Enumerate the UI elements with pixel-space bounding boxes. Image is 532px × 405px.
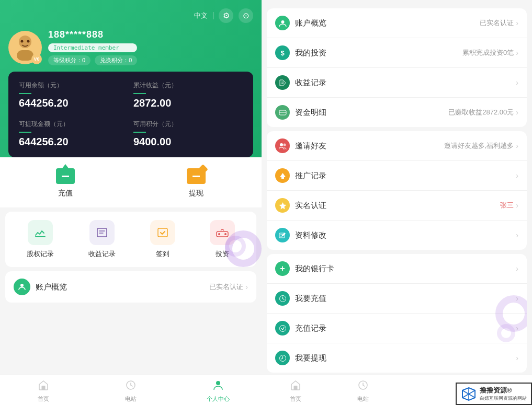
station-icon — [125, 379, 137, 394]
watermark-subtitle: 白嫖互联网资源的网站 — [480, 395, 527, 402]
stat-underline3 — [19, 132, 31, 133]
watermark-text: 撸撸资源® 白嫖互联网资源的网站 — [480, 386, 527, 402]
svg-marker-24 — [279, 202, 286, 210]
language-button[interactable]: 中文 — [194, 11, 208, 20]
recharge-label: 充值 — [58, 189, 73, 198]
menu-item-recharge[interactable]: 我要充值 › — [267, 284, 527, 314]
menu-section-1: 账户概览 已实名认证 › $ 我的投资 累积完成投资0笔 › — [267, 8, 527, 127]
stat-underline2 — [133, 93, 146, 94]
menu-item-withdraw[interactable]: 我要提现 › — [267, 343, 527, 373]
menu-item-account[interactable]: 账户概览 已实名认证 › — [267, 8, 527, 38]
available-balance: 可用余额（元） 644256.20 — [19, 81, 128, 109]
nav-profile[interactable]: 个人中心 — [174, 379, 262, 403]
right-nav-station[interactable]: 电站 — [329, 379, 397, 403]
realname-icon — [275, 198, 290, 213]
capital-right: 已赚取收益2872.00元 › — [448, 108, 518, 117]
watermark-title: 撸撸资源® — [480, 386, 527, 395]
right-panel: 账户概览 已实名认证 › $ 我的投资 累积完成投资0笔 › — [262, 0, 532, 405]
recharge-menu-chevron: › — [516, 294, 518, 303]
account-overview-right: 已实名认证 › — [480, 18, 518, 28]
recharge-button[interactable]: 充值 — [0, 167, 131, 198]
right-nav-home[interactable]: 首页 — [262, 379, 329, 403]
profile-edit-right: › — [516, 231, 518, 239]
watermark: 撸撸资源® 白嫖互联网资源的网站 — [456, 383, 532, 405]
svg-rect-31 — [293, 386, 297, 390]
menu-item-recharge-left: 我要充值 — [275, 291, 326, 306]
username: 188*****888 — [48, 29, 137, 40]
left-bottom-nav: 首页 电站 个人中心 — [0, 375, 262, 405]
nav-station[interactable]: 电站 — [87, 379, 175, 403]
account-left: 账户概览 — [14, 279, 67, 295]
recharge-records-chevron: › — [516, 324, 518, 332]
exchange-points-badge: 兑换积分：0 — [95, 55, 137, 65]
svg-point-22 — [280, 143, 283, 146]
svg-point-11 — [224, 233, 227, 235]
income-records-title: 收益记录 — [295, 78, 326, 88]
menu-item-promo-left: 推广记录 — [275, 168, 326, 183]
menu-item-realname[interactable]: 实名认证 张三 › — [267, 191, 527, 221]
invest-icon — [210, 220, 235, 245]
stats-grid: 可用余额（元） 644256.20 累计收益（元） 2872.00 可提现金额（… — [19, 81, 243, 148]
equity-label: 股权记录 — [27, 249, 54, 259]
recharge-icon — [56, 168, 75, 184]
right-scroll-area[interactable]: 账户概览 已实名认证 › $ 我的投资 累积完成投资0笔 › — [262, 0, 532, 375]
stats-card: 可用余额（元） 644256.20 累计收益（元） 2872.00 可提现金额（… — [8, 72, 253, 157]
capital-icon — [275, 105, 290, 120]
svg-rect-5 — [97, 228, 107, 237]
capital-title: 资金明细 — [295, 108, 326, 118]
realname-chevron: › — [516, 201, 518, 210]
message-icon[interactable]: ⊙ — [239, 8, 253, 23]
menu-section-2: 邀请好友 邀请好友越多,福利越多 › 推广记录 › — [267, 131, 527, 250]
watermark-logo — [461, 386, 477, 402]
account-icon — [14, 279, 30, 295]
menu-item-recharge-records[interactable]: 充值记录 › — [267, 314, 527, 343]
withdraw-icon — [187, 168, 206, 184]
right-station-icon — [357, 379, 369, 394]
nav-home[interactable]: 首页 — [0, 379, 87, 403]
withdraw-button[interactable]: 提现 — [131, 167, 262, 198]
menu-item-bankcard[interactable]: + 我的银行卡 › — [267, 254, 527, 284]
menu-item-profile-edit[interactable]: 资料修改 › — [267, 221, 527, 250]
quick-item-checkin[interactable]: 签到 — [150, 220, 175, 259]
menu-item-invite[interactable]: 邀请好友 邀请好友越多,福利越多 › — [267, 131, 527, 161]
account-chevron: › — [245, 283, 248, 291]
account-overview-chevron: › — [516, 19, 518, 27]
quick-item-equity[interactable]: 股权记录 — [27, 220, 54, 259]
account-overview-row[interactable]: 账户概览 已实名认证 › — [5, 271, 256, 303]
recharge-records-icon — [275, 321, 290, 335]
account-overview-sub: 已实名认证 — [480, 18, 514, 28]
bankcard-title: 我的银行卡 — [295, 264, 334, 274]
withdrawable-value: 644256.20 — [19, 136, 128, 148]
level-points-badge: 等级积分：0 — [48, 55, 90, 65]
nav-profile-label: 个人中心 — [207, 395, 230, 403]
profile-edit-icon — [275, 228, 290, 242]
recharge-menu-title: 我要充值 — [295, 294, 326, 304]
right-nav-station-label: 电站 — [357, 395, 369, 403]
withdraw-icon-wrap — [186, 167, 207, 186]
menu-item-investment[interactable]: $ 我的投资 累积完成投资0笔 › — [267, 38, 527, 68]
right-nav-home-label: 首页 — [290, 395, 301, 403]
invite-icon — [275, 138, 290, 153]
account-verified: 已实名认证 — [209, 282, 243, 292]
withdraw-menu-right: › — [516, 354, 518, 362]
menu-item-profile-edit-left: 资料修改 — [275, 228, 326, 242]
menu-item-income[interactable]: 收益记录 › — [267, 68, 527, 98]
settings-icon[interactable]: ⚙ — [219, 8, 233, 23]
svg-point-15 — [216, 381, 220, 385]
svg-rect-8 — [158, 228, 167, 237]
menu-item-capital[interactable]: 资金明细 已赚取收益2872.00元 › — [267, 98, 527, 127]
recharge-icon-wrap — [55, 167, 76, 186]
cumulative-label: 累计收益（元） — [133, 81, 243, 90]
svg-rect-13 — [42, 386, 46, 390]
menu-item-promo[interactable]: 推广记录 › — [267, 161, 527, 191]
stat-underline4 — [133, 132, 146, 133]
right-home-icon — [290, 379, 301, 394]
menu-item-bankcard-left: + 我的银行卡 — [275, 261, 334, 276]
recharge-menu-icon — [275, 291, 290, 306]
investment-sub: 累积完成投资0笔 — [462, 48, 514, 57]
quick-item-income[interactable]: 收益记录 — [88, 220, 116, 259]
invite-chevron: › — [516, 142, 518, 150]
header-bg: 中文 ⚙ ⊙ V0 — [0, 0, 262, 157]
quick-item-invest[interactable]: 投资 — [210, 220, 235, 259]
income-records-chevron: › — [516, 78, 518, 87]
